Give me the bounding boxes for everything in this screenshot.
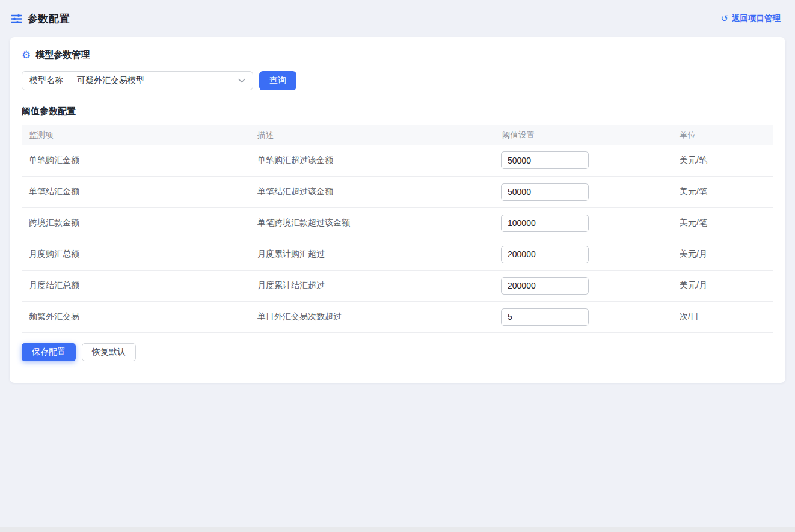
column-header-threshold: 阈值设置: [495, 125, 672, 145]
threshold-input[interactable]: [501, 308, 589, 326]
top-header: 参数配置 ↺ 返回项目管理: [0, 0, 795, 37]
back-link-label: 返回项目管理: [732, 13, 781, 24]
unit-cell: 美元/笔: [672, 207, 773, 239]
column-header-unit: 单位: [672, 125, 773, 145]
desc-cell: 单日外汇交易次数超过: [250, 301, 495, 332]
save-config-button[interactable]: 保存配置: [22, 343, 76, 361]
item-cell: 单笔购汇金额: [22, 145, 250, 176]
query-bar: 模型名称 可疑外汇交易模型 查询: [22, 71, 773, 90]
unit-cell: 美元/月: [672, 270, 773, 301]
desc-cell: 单笔跨境汇款超过该金额: [250, 207, 495, 239]
column-header-item: 监测项: [22, 125, 250, 145]
threshold-input[interactable]: [501, 277, 589, 295]
model-select-label: 模型名称: [29, 75, 63, 86]
desc-cell: 单笔购汇超过该金额: [250, 145, 495, 176]
table-row: 月度结汇总额 月度累计结汇超过 美元/月: [22, 270, 773, 301]
desc-cell: 月度累计购汇超过: [250, 239, 495, 270]
table-row: 单笔结汇金额 单笔结汇超过该金额 美元/笔: [22, 176, 773, 207]
unit-cell: 次/日: [672, 301, 773, 332]
column-header-desc: 描述: [250, 125, 495, 145]
threshold-section-title: 阈值参数配置: [22, 106, 773, 117]
item-cell: 月度结汇总额: [22, 270, 250, 301]
gear-icon: ⚙: [22, 50, 31, 60]
table-row: 频繁外汇交易 单日外汇交易次数超过 次/日: [22, 301, 773, 332]
table-row: 月度购汇总额 月度累计购汇超过 美元/月: [22, 239, 773, 270]
desc-cell: 单笔结汇超过该金额: [250, 176, 495, 207]
unit-cell: 美元/笔: [672, 176, 773, 207]
panel-title-row: ⚙ 模型参数管理: [22, 49, 773, 61]
panel-title: 模型参数管理: [35, 49, 90, 61]
unit-cell: 美元/月: [672, 239, 773, 270]
unit-cell: 美元/笔: [672, 145, 773, 176]
actions-row: 保存配置 恢复默认: [22, 343, 773, 361]
item-cell: 月度购汇总额: [22, 239, 250, 270]
desc-cell: 月度累计结汇超过: [250, 270, 495, 301]
table-header-row: 监测项 描述 阈值设置 单位: [22, 125, 773, 145]
model-parameter-card: ⚙ 模型参数管理 模型名称 可疑外汇交易模型 查询 阈值参数配置 监测项 描述 …: [10, 37, 785, 383]
model-select-value: 可疑外汇交易模型: [77, 75, 144, 86]
threshold-input[interactable]: [501, 215, 589, 232]
threshold-input[interactable]: [501, 183, 589, 201]
model-name-select[interactable]: 模型名称 可疑外汇交易模型: [22, 71, 253, 90]
item-cell: 频繁外汇交易: [22, 301, 250, 332]
item-cell: 跨境汇款金额: [22, 207, 250, 239]
query-button[interactable]: 查询: [259, 71, 296, 90]
bottom-scrollbar-track[interactable]: [0, 527, 795, 532]
back-to-project-link[interactable]: ↺ 返回项目管理: [720, 13, 784, 24]
restore-default-button[interactable]: 恢复默认: [82, 343, 136, 361]
page-title: 参数配置: [28, 12, 70, 26]
threshold-table: 监测项 描述 阈值设置 单位 单笔购汇金额 单笔购汇超过该金额 美元/笔 单笔结…: [22, 125, 773, 333]
undo-arrow-icon: ↺: [720, 14, 728, 23]
select-divider: [70, 76, 70, 85]
chevron-down-icon: [238, 78, 245, 83]
table-row: 单笔购汇金额 单笔购汇超过该金额 美元/笔: [22, 145, 773, 176]
threshold-input[interactable]: [501, 246, 589, 263]
item-cell: 单笔结汇金额: [22, 176, 250, 207]
table-row: 跨境汇款金额 单笔跨境汇款超过该金额 美元/笔: [22, 207, 773, 239]
threshold-input[interactable]: [501, 151, 589, 169]
sliders-icon: [11, 13, 22, 25]
header-left: 参数配置: [11, 12, 70, 26]
